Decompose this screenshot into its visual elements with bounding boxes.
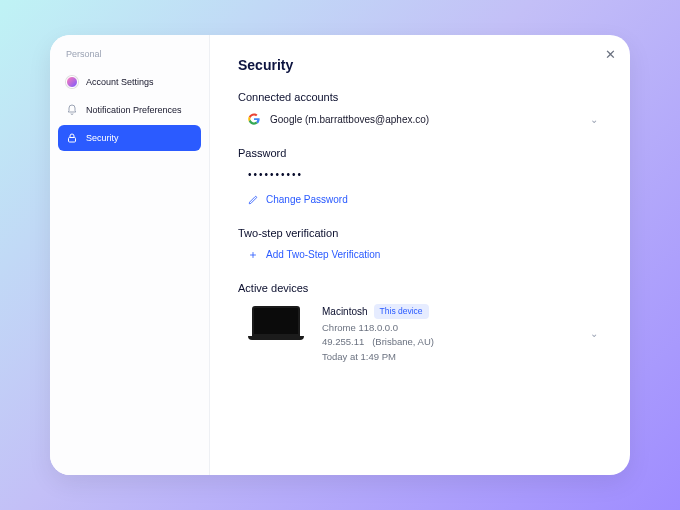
google-icon — [248, 113, 260, 125]
sidebar-item-label: Notification Preferences — [86, 105, 182, 115]
lock-icon — [66, 132, 78, 144]
chevron-down-icon[interactable]: ⌄ — [590, 114, 602, 125]
sidebar-heading: Personal — [58, 49, 201, 69]
sidebar-item-label: Account Settings — [86, 77, 154, 87]
change-password-button[interactable]: Change Password — [238, 194, 602, 205]
backdrop: ✕ Personal Account Settings Notification… — [0, 0, 680, 510]
device-name: Macintosh — [322, 304, 368, 319]
chevron-down-icon[interactable]: ⌄ — [590, 328, 602, 339]
link-label: Change Password — [266, 194, 348, 205]
section-title: Password — [238, 147, 602, 159]
this-device-badge: This device — [374, 304, 429, 319]
bell-icon — [66, 104, 78, 116]
page-title: Security — [238, 57, 602, 73]
svg-rect-0 — [69, 138, 76, 143]
sidebar-item-account-settings[interactable]: Account Settings — [58, 69, 201, 95]
plus-icon — [248, 250, 258, 260]
connected-account-label: Google (m.barrattboves@aphex.co) — [270, 114, 429, 125]
sidebar-item-notification-preferences[interactable]: Notification Preferences — [58, 97, 201, 123]
sidebar-item-security[interactable]: Security — [58, 125, 201, 151]
laptop-icon — [248, 306, 304, 342]
sidebar-item-label: Security — [86, 133, 119, 143]
avatar-icon — [66, 76, 78, 88]
settings-modal: ✕ Personal Account Settings Notification… — [50, 35, 630, 475]
device-browser: Chrome 118.0.0.0 — [322, 321, 434, 335]
sidebar: Personal Account Settings Notification P… — [50, 35, 210, 475]
add-two-step-button[interactable]: Add Two-Step Verification — [238, 249, 602, 260]
link-label: Add Two-Step Verification — [266, 249, 380, 260]
device-info: Macintosh This device Chrome 118.0.0.0 4… — [322, 304, 434, 364]
section-password: Password •••••••••• Change Password — [238, 147, 602, 205]
main-panel: Security Connected accounts Google (m.ba… — [210, 35, 630, 475]
password-masked: •••••••••• — [238, 169, 602, 180]
section-title: Active devices — [238, 282, 602, 294]
section-title: Two-step verification — [238, 227, 602, 239]
device-ip: 49.255.11 — [322, 336, 364, 347]
section-connected-accounts: Connected accounts Google (m.barrattbove… — [238, 91, 602, 125]
device-last-seen: Today at 1:49 PM — [322, 350, 434, 364]
section-active-devices: Active devices Macintosh This device Chr… — [238, 282, 602, 364]
pencil-icon — [248, 195, 258, 205]
device-row[interactable]: Macintosh This device Chrome 118.0.0.0 4… — [238, 304, 602, 364]
close-icon[interactable]: ✕ — [602, 47, 618, 63]
connected-account-row[interactable]: Google (m.barrattboves@aphex.co) ⌄ — [238, 113, 602, 125]
section-title: Connected accounts — [238, 91, 602, 103]
section-two-step: Two-step verification Add Two-Step Verif… — [238, 227, 602, 260]
device-location: (Brisbane, AU) — [372, 336, 434, 347]
